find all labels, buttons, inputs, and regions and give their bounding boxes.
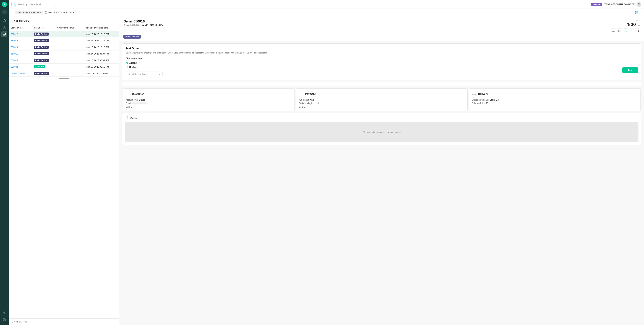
- detail-header: Order 650016 Created at Riskified: Jun 2…: [120, 16, 644, 42]
- filter-tag-label: Order created at Riskified: [16, 11, 39, 14]
- approve-radio[interactable]: Approve: [126, 62, 638, 64]
- svg-rect-18: [126, 92, 130, 95]
- svg-point-2: [4, 26, 5, 27]
- table-row[interactable]: 650001 Approved Jun 16, 2023 02:55 PM: [9, 64, 119, 70]
- cell-order-id: 650011: [9, 57, 32, 64]
- sidebar-item-person[interactable]: [1, 24, 8, 30]
- customer-account-type: Account Type: Guest: [126, 99, 292, 101]
- content-area: Test Orders Order ID ↕ ▿ Status ↕ ▿ Merc…: [9, 16, 644, 325]
- search-box[interactable]: 🔍: [12, 2, 55, 7]
- orders-title: Test Orders: [12, 20, 116, 23]
- test-button[interactable]: Test: [622, 67, 638, 73]
- select-chevron-icon: ⌄: [158, 73, 160, 75]
- user-avatar[interactable]: [636, 2, 641, 7]
- search-input[interactable]: [18, 3, 53, 6]
- total-label: Total: [611, 20, 640, 22]
- cell-status: Under Review: [32, 38, 55, 44]
- geos-section: Geos Map not available for provided addr…: [122, 113, 641, 145]
- cell-order-id: 650016: [9, 31, 32, 38]
- geos-title: Geos: [130, 116, 137, 120]
- refresh-btn[interactable]: [617, 28, 622, 33]
- orders-panel: Test Orders Order ID ↕ ▿ Status ↕ ▿ Merc…: [9, 16, 120, 325]
- customer-title: Customer: [132, 92, 144, 95]
- cell-creation-time: Jun 7, 2023 12:35 PM: [84, 70, 119, 77]
- sidebar-item-dollar[interactable]: [1, 310, 8, 316]
- date-range-label: May 28, 2023 - Jun 28, 2023: [48, 11, 74, 14]
- cell-order-id: 650014: [9, 44, 32, 50]
- delivery-card: Delivery Shipping Company: Standard Ship…: [469, 88, 641, 111]
- table-row[interactable]: 650012 Under Review Jun 27, 2023 06:07 P…: [9, 50, 119, 57]
- sidebar-toggle-btn[interactable]: [2, 10, 7, 14]
- topbar: 🔍 Sandbox TEST MERCHANT SANDBOX: [9, 0, 644, 9]
- sidebar-item-globe[interactable]: [1, 18, 8, 24]
- expand-btn[interactable]: [635, 28, 640, 33]
- customer-more-link[interactable]: More ⌄: [126, 106, 292, 108]
- more-btn[interactable]: ⋮: [629, 28, 634, 33]
- cell-creation-time: Jun 16, 2023 02:55 PM: [84, 64, 119, 70]
- cell-order-id: 510000010278: [9, 70, 32, 77]
- payment-more-link[interactable]: More ⌄: [299, 106, 465, 108]
- payment-cc: CC Last 4 Digits: 1111: [299, 102, 465, 104]
- table-row[interactable]: 650016 Under Review Jun 27, 2023 10:16 P…: [9, 31, 119, 38]
- detail-panel: Order 650016 Created at Riskified: Jun 2…: [120, 16, 644, 325]
- info-sections: Customer Account Type: Guest Email: ••••…: [122, 88, 641, 111]
- customer-email-value: ••••••••••••••••••••••: [132, 102, 147, 104]
- table-row[interactable]: 510000010278 Under Review Jun 7, 2023 12…: [9, 70, 119, 77]
- svg-rect-16: [612, 32, 614, 32]
- filter-close-icon[interactable]: ✕: [40, 11, 42, 14]
- select-placeholder: Select decline Type: [128, 73, 147, 75]
- payment-avs: AVS Result: Nnn: [299, 99, 465, 101]
- orders-table: Order ID ↕ ▿ Status ↕ ▿ Merchant status …: [9, 25, 119, 318]
- svg-point-9: [638, 3, 639, 4]
- decline-radio-dot: [126, 66, 128, 68]
- cell-status: Under Review: [32, 70, 55, 77]
- cell-merchant-status: [55, 38, 84, 44]
- cell-merchant-status: [55, 70, 84, 77]
- cell-creation-time: Jun 27, 2023 06:07 PM: [84, 50, 119, 57]
- table-row[interactable]: 650011 Under Review Jun 27, 2023 06:04 P…: [9, 57, 119, 64]
- delivery-title: Delivery: [478, 92, 488, 95]
- cell-status: Under Review: [32, 57, 55, 64]
- cell-merchant-status: [55, 44, 84, 50]
- cell-order-id: 650012: [9, 50, 32, 57]
- merchant-name: TEST MERCHANT SANDBOX: [604, 3, 634, 6]
- lab-btn[interactable]: [623, 28, 628, 33]
- collapse-btn[interactable]: ⌃: [636, 83, 638, 86]
- table-row[interactable]: 650015 Under Review Jun 27, 2023 10:14 P…: [9, 38, 119, 44]
- svg-rect-10: [45, 12, 47, 14]
- main-content: 🔍 Sandbox TEST MERCHANT SANDBOX ▿ Order …: [9, 0, 644, 325]
- global-icon[interactable]: 🌐: [634, 11, 638, 14]
- cell-status: Under Review: [32, 44, 55, 50]
- col-status[interactable]: ▿ Status ↕: [32, 25, 55, 31]
- sidebar-item-settings[interactable]: [1, 316, 8, 323]
- sidebar-logo: R: [2, 2, 7, 7]
- svg-rect-3: [3, 33, 6, 36]
- filter-tag-created[interactable]: Order created at Riskified ✕: [14, 10, 43, 14]
- order-created: Created at Riskified: Jun 27, 2023 10:16…: [124, 24, 163, 26]
- customer-icon: [126, 91, 130, 96]
- choose-decision-label: Choose decision: [126, 57, 638, 60]
- payment-title: Payment: [305, 92, 316, 95]
- col-merchant-status[interactable]: ▿ Merchant status ↕: [55, 25, 84, 31]
- date-filter[interactable]: May 28, 2023 - Jun 28, 2023 ⌄: [45, 11, 76, 14]
- cell-merchant-status: [55, 64, 84, 70]
- payment-card: Payment AVS Result: Nnn CC Last 4 Digits…: [296, 88, 468, 111]
- col-creation-time[interactable]: Riskified Creation time ↕: [84, 25, 119, 31]
- filter-icon[interactable]: ▿: [12, 11, 12, 14]
- decline-type-select[interactable]: Select decline Type ⌄: [126, 71, 162, 77]
- cell-creation-time: Jun 27, 2023 10:16 PM: [84, 31, 119, 38]
- filterbar: ▿ Order created at Riskified ✕ May 28, 2…: [9, 9, 644, 16]
- list-view-btn[interactable]: [611, 28, 616, 33]
- approve-label: Approve: [129, 62, 137, 64]
- decline-radio[interactable]: Decline: [126, 66, 638, 68]
- table-row[interactable]: 650014 Under Review Jun 27, 2023 10:10 P…: [9, 44, 119, 50]
- export-icon[interactable]: ↑: [640, 11, 641, 14]
- filterbar-actions: 🌐 ↑: [634, 11, 641, 14]
- sandbox-badge: Sandbox: [591, 3, 602, 6]
- col-order-id[interactable]: Order ID ↕: [9, 25, 32, 31]
- cell-merchant-status: [55, 57, 84, 64]
- cell-order-id: 650001: [9, 64, 32, 70]
- cell-creation-time: Jun 27, 2023 06:04 PM: [84, 57, 119, 64]
- sidebar-item-orders[interactable]: [1, 31, 8, 37]
- cell-status: Under Review: [32, 31, 55, 38]
